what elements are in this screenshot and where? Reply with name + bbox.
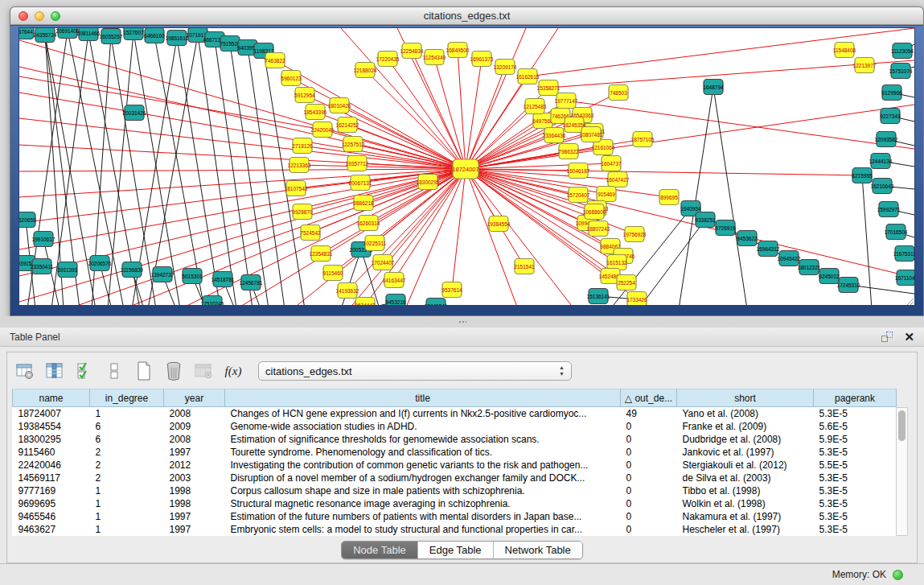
graph-node[interactable]: 17024407 [372,255,395,270]
select-all-rows-icon[interactable] [73,360,96,382]
graph-node[interactable]: 2151541 [514,259,535,274]
graph-node[interactable]: 18543396 [304,105,327,120]
table-row[interactable]: 946554611997Estimation of the future num… [13,510,897,523]
graph-node[interactable]: 5015301 [182,269,203,284]
close-panel-icon[interactable]: ✕ [904,332,914,342]
graph-node[interactable]: 11254349 [423,50,446,65]
window-titlebar[interactable]: citations_edges.txt [10,7,923,25]
graph-node[interactable]: 13942737 [151,267,175,282]
graph-node[interactable]: 2620659 [19,212,36,228]
graph-node[interactable]: 8215955 [852,168,873,183]
function-builder-icon[interactable]: f(x) [222,360,244,382]
graph-node[interactable]: 16210643 [871,179,894,194]
table-row[interactable]: 1872400712008Changes of HCN gene express… [13,407,897,420]
graph-node[interactable]: 15720407 [567,187,590,203]
graph-node[interactable]: 1527607 [123,28,144,40]
table-row[interactable]: 2242004622012Investigating the contribut… [13,459,897,472]
graph-node[interactable]: 23364436 [543,128,566,143]
graph-node[interactable]: 12456781 [240,275,263,290]
graph-node[interactable]: 6466160 [144,28,165,43]
graph-node[interactable]: 9726919 [715,220,736,236]
graph-node[interactable]: 12213363 [288,158,311,173]
graph-node[interactable]: 11156839 [121,262,143,278]
graph-node[interactable]: 9928870 [292,204,313,220]
graph-node[interactable]: 20031426 [123,105,146,121]
graph-node[interactable]: 2718126 [292,138,313,154]
graph-node[interactable]: 20067131 [349,175,372,191]
graph-node[interactable]: 15358271 [537,80,561,96]
graph-node[interactable]: 9537614 [441,282,462,298]
delete-trash-icon[interactable] [162,360,185,382]
graph-node[interactable]: 23350411 [31,259,54,274]
graph-node[interactable]: 7463822 [265,53,285,68]
table-row[interactable]: 977716911998Corpus callosum shape and si… [13,484,897,497]
column-header[interactable]: pagerank [814,389,897,407]
network-canvas[interactable]: 9376442435572420691406208114661605526715… [18,27,915,306]
graph-node[interactable]: 10441241 [425,299,448,307]
scrollbar-thumb[interactable] [898,410,906,441]
graph-node[interactable]: 16214252 [336,117,359,133]
panel-splitter[interactable] [0,316,924,328]
column-header[interactable]: name [13,389,90,407]
tab-edge-table[interactable]: Edge Table [418,542,494,558]
graph-node[interactable]: 1648794 [703,80,724,95]
graph-node[interactable]: 18012321 [798,260,821,275]
graph-node[interactable]: 16046187 [567,163,590,179]
graph-node[interactable]: 18010426 [328,98,351,113]
graph-node[interactable]: 10688609 [583,204,606,220]
graph-node[interactable]: 9227343 [880,109,901,124]
new-table-icon[interactable] [133,360,155,382]
graph-node[interactable]: 18300295 [417,175,440,190]
graph-node[interactable]: 5912954 [294,88,315,103]
graph-node[interactable]: 19357712 [346,156,369,171]
graph-node[interactable]: 19777147 [555,93,578,109]
show-columns-icon[interactable] [43,360,66,382]
graph-node[interactable]: 18107543 [285,181,308,196]
graph-node[interactable]: 16260314 [357,216,380,231]
table-selector-dropdown[interactable]: citations_edges.txt ▲▼ [258,361,572,381]
graph-node[interactable]: 22420046 [311,122,335,138]
graph-node[interactable]: 19384554 [487,216,511,232]
graph-node[interactable]: 10225311 [363,236,387,251]
tab-node-table[interactable]: Node Table [342,542,418,558]
table-settings-icon[interactable] [14,360,36,382]
zoom-window-button[interactable] [51,11,60,21]
graph-node[interactable]: 16711045 [895,270,914,286]
graph-node[interactable]: 10807481 [580,127,603,142]
column-header[interactable]: year [164,389,225,407]
graph-node[interactable]: 19861616 [166,31,189,46]
graph-node[interactable]: 14193632 [336,283,359,299]
graph-node[interactable]: 12093582 [875,132,898,147]
graph-node[interactable]: 9338251 [695,212,716,228]
graph-node[interactable]: 1604737 [601,156,622,171]
table-row[interactable]: 1830029562008Estimation of significance … [13,433,897,446]
graph-node[interactable]: 1615132 [606,255,627,270]
graph-node[interactable]: 12354831 [310,246,333,262]
graph-node[interactable]: 937644 [19,28,34,39]
graph-node[interactable]: 9453622 [737,231,758,246]
graph-node[interactable]: 7524542 [300,225,321,241]
graph-node[interactable]: 17245310 [837,278,860,293]
graph-node[interactable]: 9453216 [385,295,406,307]
table-scrollbar[interactable] [896,407,908,536]
graph-node[interactable]: 19756928 [623,227,647,242]
graph-node[interactable]: 20206576 [88,256,112,271]
graph-node[interactable]: 13209174 [494,60,517,75]
graph-node[interactable]: 20811466 [77,28,101,41]
float-window-icon[interactable] [881,332,893,342]
graph-node[interactable]: 16162615 [516,69,540,84]
graph-node[interactable]: 12125483 [524,99,547,114]
deselect-all-rows-icon[interactable] [103,360,125,382]
graph-node[interactable]: 15751074 [889,64,913,79]
table-header-row[interactable]: namein_degreeyeartitle△ out_de...shortpa… [13,389,897,407]
graph-node[interactable]: 18757105 [631,132,655,147]
graph-node[interactable]: 12254834 [400,43,424,59]
graph-node[interactable]: 11548408 [833,43,856,58]
graph-node[interactable]: 748503 [609,85,628,101]
table-row[interactable]: 1456911722003Disruption of a novel membe… [13,472,897,484]
graph-node[interactable]: 16055267 [100,29,123,44]
column-header[interactable]: △ out_de... [621,389,677,407]
graph-node[interactable]: 17220435 [376,51,400,67]
graph-node[interactable]: 9129966 [881,85,902,101]
close-window-button[interactable] [18,11,28,21]
